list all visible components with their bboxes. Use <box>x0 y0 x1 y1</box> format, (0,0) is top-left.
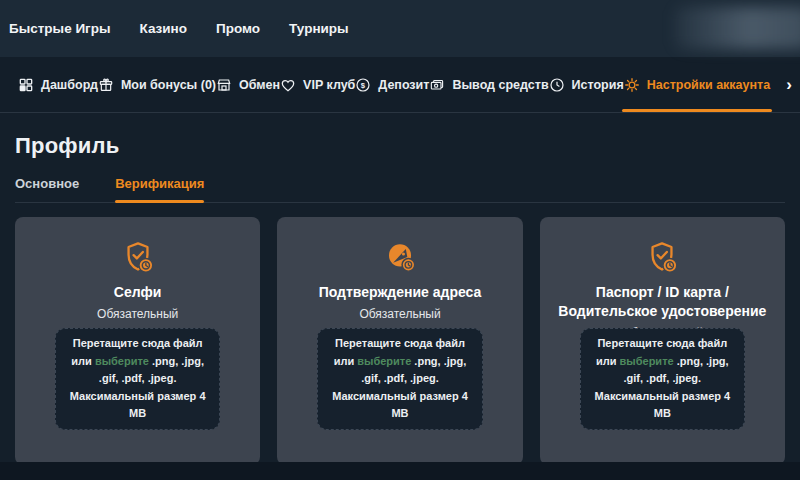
acct-nav-withdraw[interactable]: Вывод средств <box>429 57 548 112</box>
dashboard-icon <box>18 77 34 93</box>
choose-file-link[interactable]: выберите <box>357 355 411 367</box>
compass-clock-icon <box>277 237 522 279</box>
gear-icon <box>624 77 640 93</box>
gift-icon <box>98 77 114 93</box>
acct-nav-account-settings[interactable]: Настройки аккаунта <box>624 57 770 112</box>
document-type-title: Селфи <box>15 283 260 302</box>
nav-item-casino[interactable]: Казино <box>140 21 188 36</box>
acct-nav-deposit[interactable]: $ Депозит <box>355 57 429 112</box>
file-dropzone-address[interactable]: Перетащите сюда файл или выберите .png, … <box>317 328 482 430</box>
choose-file-link[interactable]: выберите <box>620 355 674 367</box>
footer-strip <box>0 462 800 480</box>
acct-nav-label: VIP клуб <box>303 78 355 92</box>
blurred-account-balance <box>675 7 800 49</box>
document-type-title: Подтверждение адреса <box>277 283 522 302</box>
coin-icon: $ <box>355 77 371 93</box>
document-required-status: Обязательный <box>15 307 260 321</box>
dropzone-text: Перетащите сюда файл или выберите .png, … <box>591 335 734 423</box>
nav-item-fast-games[interactable]: Быстрые Игры <box>9 21 111 36</box>
page-title: Профиль <box>15 133 785 159</box>
acct-nav-exchange[interactable]: Обмен <box>216 57 280 112</box>
choose-file-link[interactable]: выберите <box>95 355 149 367</box>
heart-icon <box>280 77 296 93</box>
acct-nav-dashboard[interactable]: Дашборд <box>18 57 98 112</box>
history-icon <box>549 77 565 93</box>
acct-nav-label: Настройки аккаунта <box>647 78 770 92</box>
nav-scroll-right-chevron-icon[interactable]: › <box>770 57 792 112</box>
acct-nav-label: Обмен <box>239 78 280 92</box>
shield-check-clock-icon <box>15 237 260 279</box>
acct-nav-vip-club[interactable]: VIP клуб <box>280 57 355 112</box>
acct-nav-label: История <box>572 78 624 92</box>
acct-nav-bonuses[interactable]: Мои бонусы (0) <box>98 57 216 112</box>
dropzone-text: Перетащите сюда файл или выберите .png, … <box>66 335 209 423</box>
acct-nav-label: Дашборд <box>41 78 98 92</box>
dropzone-text: Перетащите сюда файл или выберите .png, … <box>328 335 471 423</box>
file-dropzone-selfie[interactable]: Перетащите сюда файл или выберите .png, … <box>55 328 220 430</box>
acct-nav-label: Вывод средств <box>452 78 548 92</box>
verification-cards: Селфи Обязательный Перетащите сюда файл … <box>15 217 785 465</box>
top-bar: Быстрые Игры Казино Промо Турниры <box>0 0 800 57</box>
account-nav-items: Дашборд Мои бонусы (0) Обмен <box>18 57 770 112</box>
svg-text:$: $ <box>361 80 366 89</box>
shop-icon <box>216 77 232 93</box>
nav-item-promo[interactable]: Промо <box>216 21 260 36</box>
banknotes-icon <box>429 77 445 93</box>
document-type-title: Паспорт / ID карта / Водительское удосто… <box>540 283 785 321</box>
verification-card-selfie: Селфи Обязательный Перетащите сюда файл … <box>15 217 260 465</box>
verification-card-address: Подтверждение адреса Обязательный Перета… <box>277 217 522 465</box>
account-nav: Дашборд Мои бонусы (0) Обмен <box>0 57 800 113</box>
shield-check-clock-icon <box>540 237 785 279</box>
profile-page: Профиль Основное Верификация Селфи Обяза… <box>0 133 800 465</box>
document-required-status: Обязательный <box>277 307 522 321</box>
tab-verification[interactable]: Верификация <box>115 176 204 202</box>
tab-general[interactable]: Основное <box>15 176 79 202</box>
file-dropzone-passport[interactable]: Перетащите сюда файл или выберите .png, … <box>580 328 745 430</box>
verification-card-passport: Паспорт / ID карта / Водительское удосто… <box>540 217 785 465</box>
nav-item-tournaments[interactable]: Турниры <box>289 21 349 36</box>
acct-nav-label: Мои бонусы (0) <box>121 78 216 92</box>
acct-nav-history[interactable]: История <box>549 57 624 112</box>
profile-tabs: Основное Верификация <box>15 176 785 203</box>
active-nav-underline <box>622 109 772 112</box>
acct-nav-label: Депозит <box>378 78 429 92</box>
